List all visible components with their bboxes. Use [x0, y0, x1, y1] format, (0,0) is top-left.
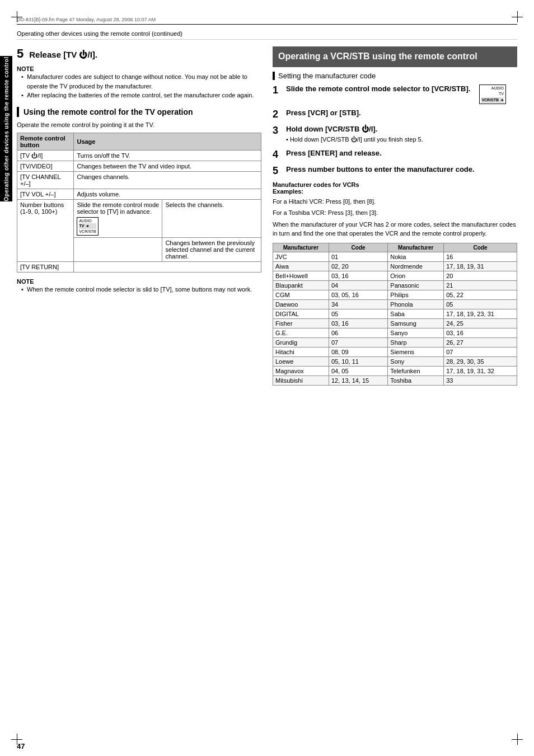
mfr-note: When the manufacturer of your VCR has 2 …: [273, 220, 517, 238]
note-block: NOTE Manufacturer codes are subject to c…: [17, 65, 261, 100]
table-row: [TV ⏻/I] Turns on/off the TV.: [17, 150, 261, 161]
selector-vcr-r: VCR/STB ◄: [481, 97, 504, 104]
mfr-table-cell: Grundig: [273, 337, 329, 347]
step-4-title: Press [ENTER] and release.: [286, 149, 517, 158]
two-column-layout: 5 Release [TV ⏻/I]. NOTE Manufacturer co…: [17, 46, 517, 386]
note-item-2: When the remote control mode selector is…: [21, 285, 261, 294]
mfr-table-cell: Fisher: [273, 318, 329, 328]
main-content: DD-831[B]-09.fm Page 47 Monday, August 2…: [17, 17, 517, 739]
section-title: Release [TV ⏻/I].: [29, 50, 97, 59]
mfr-table-header-1: Manufacturer: [273, 243, 329, 252]
mfr-table-row: Bell+Howell03, 16Orion20: [273, 271, 517, 280]
mfr-table-cell: 33: [444, 375, 517, 385]
note-item: After replacing the batteries of the rem…: [21, 91, 261, 100]
note-block-2: NOTE When the remote control mode select…: [17, 278, 261, 294]
mfr-table-cell: 06: [329, 328, 387, 337]
subsection-title: Using the remote control for the TV oper…: [24, 107, 261, 117]
mfr-table-cell: 26, 27: [444, 337, 517, 347]
mfr-table-cell: 03, 16: [329, 271, 387, 280]
mfr-table-cell: Mitsubishi: [273, 375, 329, 385]
table-cell-usage: Changes between the TV and video input.: [74, 161, 261, 171]
mfr-table-cell: 28, 29, 30, 35: [444, 356, 517, 366]
page-number: 47: [17, 742, 25, 750]
table-cell-btn: [TV CHANNEL +/–]: [17, 171, 74, 189]
table-cell-changes: Changes between the previously selected …: [162, 238, 261, 262]
mfr-table-row: Daewoo34Phonola05: [273, 299, 517, 309]
step-3: 3 Hold down [VCR/STB ⏻/I]. • Hold down […: [273, 125, 517, 144]
table-cell-usage: Turns on/off the TV.: [74, 150, 261, 161]
selector-audio-r: AUDIO: [481, 86, 504, 92]
mfr-table-cell: 12, 13, 14, 15: [329, 375, 387, 385]
mfr-table-cell: Phonola: [388, 299, 444, 309]
note-item: Manufacturer codes are subject to change…: [21, 72, 261, 91]
mfr-table-cell: Nokia: [388, 252, 444, 261]
step-3-content: Hold down [VCR/STB ⏻/I]. • Hold down [VC…: [286, 125, 517, 144]
table-cell-btn: [TV ⏻/I]: [17, 150, 74, 161]
table-cell-slide: Slide the remote control mode selector t…: [74, 199, 162, 237]
setting-section: Setting the manufacturer code: [273, 72, 517, 80]
right-column: Operating a VCR/STB using the remote con…: [273, 46, 517, 386]
step-5-number: 5: [273, 165, 282, 177]
mfr-table-cell: 04: [329, 280, 387, 290]
mfr-table-cell: 01: [329, 252, 387, 261]
remote-table: Remote control button Usage [TV ⏻/I] Tur…: [17, 133, 261, 273]
mfr-table: Manufacturer Code Manufacturer Code JVC0…: [273, 243, 517, 386]
mfr-table-header-4: Code: [444, 243, 517, 252]
mfr-table-cell: 16: [444, 252, 517, 261]
mfr-table-cell: Blaupankt: [273, 280, 329, 290]
step-5-content: Press number buttons to enter the manufa…: [286, 165, 517, 175]
mfr-table-row: G.E.06Sanyo03, 16: [273, 328, 517, 337]
section-number: 5: [17, 46, 24, 60]
mfr-table-cell: G.E.: [273, 328, 329, 337]
mfr-example-2: For a Toshiba VCR: Press [3], then [3].: [273, 208, 517, 218]
mfr-table-cell: 17, 18, 19, 23, 31: [444, 309, 517, 318]
mfr-table-cell: 03, 16: [444, 328, 517, 337]
note-list-2: When the remote control mode selector is…: [17, 285, 261, 294]
mfr-table-cell: Sharp: [388, 337, 444, 347]
mode-selector-diagram: AUDIO TV VCR/STB ◄: [479, 84, 506, 105]
mfr-table-cell: Saba: [388, 309, 444, 318]
step-5-title: Press number buttons to enter the manufa…: [286, 165, 517, 175]
mfr-table-row: Grundig07Sharp26, 27: [273, 337, 517, 347]
mfr-examples-label: Examples:: [273, 188, 517, 195]
mfr-table-cell: Philips: [388, 290, 444, 299]
step-3-title: Hold down [VCR/STB ⏻/I].: [286, 125, 517, 134]
mfr-table-cell: Sanyo: [388, 328, 444, 337]
mfr-table-cell: Panasonic: [388, 280, 444, 290]
note-title-2: NOTE: [17, 278, 261, 285]
selector-tv-r: TV: [481, 91, 504, 97]
note-list: Manufacturer codes are subject to change…: [17, 72, 261, 100]
step-1: 1 Slide the remote control mode selector…: [273, 84, 517, 105]
mfr-table-header-2: Code: [329, 243, 387, 252]
mfr-table-row: Aiwa02, 20Nordmende17, 18, 19, 31: [273, 261, 517, 271]
page-wrapper: Operating other devices using the remote…: [0, 0, 534, 756]
step-5: 5 Press number buttons to enter the manu…: [273, 165, 517, 177]
note-title: NOTE: [17, 65, 261, 72]
selector-vcr: VCR/STB: [79, 229, 96, 234]
table-header-usage: Usage: [74, 133, 261, 150]
mfr-table-cell: Loewe: [273, 356, 329, 366]
mfr-table-cell: 17, 18, 19, 31, 32: [444, 366, 517, 375]
step-2-content: Press [VCR] or [STB].: [286, 109, 517, 118]
table-cell-btn: [TV/VIDEO]: [17, 161, 74, 171]
table-row: [TV CHANNEL +/–] Changes channels.: [17, 171, 261, 189]
mfr-table-cell: 02, 20: [329, 261, 387, 271]
table-cell-selects: Selects the channels.: [162, 199, 261, 237]
table-row: [TV/VIDEO] Changes between the TV and vi…: [17, 161, 261, 171]
mfr-table-cell: Nordmende: [388, 261, 444, 271]
section-5-heading: 5 Release [TV ⏻/I].: [17, 46, 261, 61]
mfr-table-cell: 08, 09: [329, 347, 387, 356]
table-row-tv-return-label: [TV RETURN]: [17, 262, 261, 273]
mfr-table-cell: 21: [444, 280, 517, 290]
mfr-table-row: Hitachi08, 09Siemens07: [273, 347, 517, 356]
mfr-table-row: Loewe05, 10, 11Sony28, 29, 30, 35: [273, 356, 517, 366]
left-column: 5 Release [TV ⏻/I]. NOTE Manufacturer co…: [17, 46, 261, 386]
mfr-codes-section: Manufacturer codes for VCRs Examples: Fo…: [273, 181, 517, 238]
mfr-table-cell: 05, 10, 11: [329, 356, 387, 366]
table-cell-tv-return-usage: [74, 262, 261, 273]
mfr-table-cell: Toshiba: [388, 375, 444, 385]
step-3-sub: • Hold down [VCR/STB ⏻/I] until you fini…: [286, 135, 517, 144]
table-cell-btn: Number buttons (1-9, 0, 100+): [17, 199, 74, 261]
right-heading-box: Operating a VCR/STB using the remote con…: [273, 46, 517, 67]
mfr-table-cell: 03, 16: [329, 318, 387, 328]
